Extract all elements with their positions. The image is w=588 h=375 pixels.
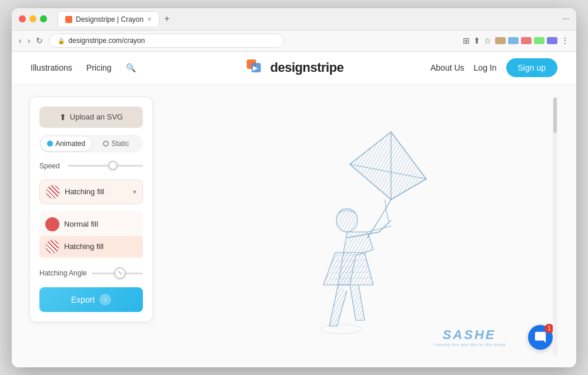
- upload-label: Upload an SVG: [70, 112, 123, 121]
- normal-fill-option[interactable]: Normal fill: [39, 214, 143, 235]
- animated-label: Animated: [55, 140, 85, 148]
- tab-close-icon[interactable]: ✕: [147, 16, 152, 22]
- hatching-angle-slider-track[interactable]: [92, 273, 143, 274]
- chevron-down-icon: ▾: [133, 188, 136, 196]
- back-button[interactable]: ‹: [19, 36, 22, 45]
- website: Illustrations Pricing 🔍 ▶ designstripe A…: [12, 52, 576, 367]
- hatching-fill-icon: [46, 185, 60, 199]
- illustration-area: SASHE I hereby this and like for the bra…: [153, 97, 559, 356]
- hatching-angle-slider-thumb[interactable]: [114, 267, 126, 279]
- speed-label: Speed: [39, 162, 63, 170]
- hatching-fill-label: Hatching fill: [64, 242, 137, 251]
- minimize-button[interactable]: [29, 15, 36, 22]
- static-label: Static: [111, 140, 129, 148]
- menu-icon[interactable]: ⋮: [561, 36, 569, 45]
- export-label: Export: [71, 295, 95, 304]
- nav-illustrations-link[interactable]: Illustrations: [31, 63, 72, 72]
- normal-fill-label: Normal fill: [64, 220, 137, 228]
- extensions-icon[interactable]: ⊞: [463, 36, 470, 45]
- nav-pricing-link[interactable]: Pricing: [86, 63, 112, 72]
- close-button[interactable]: [19, 15, 26, 22]
- fullscreen-button[interactable]: [40, 15, 47, 22]
- static-option[interactable]: Static: [91, 137, 141, 151]
- extension-1[interactable]: [495, 37, 506, 44]
- sashe-brand: SASHE: [433, 327, 506, 343]
- upload-svg-button[interactable]: ⬆ Upload an SVG: [39, 107, 143, 128]
- animation-mode-group: Animated Static: [39, 135, 143, 152]
- extension-2[interactable]: [508, 37, 519, 44]
- sashe-sub: I hereby this and like for the brand: [433, 343, 506, 347]
- login-link[interactable]: Log In: [474, 63, 497, 72]
- search-icon[interactable]: 🔍: [126, 63, 136, 72]
- scrollbar[interactable]: [553, 97, 557, 356]
- tab-favicon-icon: [65, 16, 72, 23]
- illustration-svg: [220, 102, 491, 350]
- logo-icon: ▶: [245, 57, 266, 78]
- hatching-angle-row: Hatching Angle: [39, 267, 143, 281]
- static-radio-dot: [103, 141, 109, 147]
- address-bar: ‹ › ↻ 🔒 designstripe.com/crayon ⊞ ⬆ ☆ ⋮: [12, 31, 576, 52]
- browser-actions: ⊞ ⬆ ☆ ⋮: [463, 36, 569, 45]
- logo-text: designstripe: [270, 60, 344, 75]
- hatching-fill-icon-2: [45, 240, 59, 254]
- chat-bubble-button[interactable]: 1: [528, 325, 553, 350]
- browser-window: Designstripe | Crayon ✕ + ⋯ ‹ › ↻ 🔒 desi…: [12, 8, 576, 367]
- tab-title: Designstripe | Crayon: [76, 15, 143, 24]
- hatching-fill-option[interactable]: Hatching fill: [39, 236, 143, 257]
- share-icon[interactable]: ⬆: [473, 36, 480, 45]
- chat-icon: [534, 331, 547, 344]
- bookmark-icon[interactable]: ☆: [484, 36, 492, 45]
- thumb-line-icon: [118, 271, 122, 275]
- nav-logo[interactable]: ▶ designstripe: [245, 57, 344, 78]
- sashe-watermark: SASHE I hereby this and like for the bra…: [433, 327, 506, 347]
- upload-icon: ⬆: [59, 112, 66, 122]
- traffic-lights: [19, 15, 47, 22]
- about-link[interactable]: About Us: [430, 63, 465, 72]
- fill-dropdown-label: Hatching fill: [65, 187, 128, 196]
- main-content: ⬆ Upload an SVG Animated Static: [12, 85, 576, 367]
- animated-radio-dot: [47, 141, 53, 147]
- address-text: designstripe.com/crayon: [68, 36, 145, 45]
- fill-options-list: Normal fill Hatching fill: [39, 211, 143, 260]
- export-arrow-icon: ›: [99, 294, 111, 306]
- speed-slider-thumb[interactable]: [108, 161, 118, 170]
- normal-fill-icon: [45, 217, 59, 231]
- svg-marker-4: [350, 132, 426, 200]
- scrollbar-thumb[interactable]: [553, 98, 557, 133]
- hatching-angle-label: Hatching Angle: [39, 269, 87, 278]
- title-bar: Designstripe | Crayon ✕ + ⋯: [12, 8, 576, 31]
- nav-right: About Us Log In Sign up: [430, 58, 557, 77]
- speed-row: Speed: [39, 160, 143, 172]
- extension-5[interactable]: [547, 37, 557, 44]
- reload-button[interactable]: ↻: [36, 36, 43, 45]
- browser-tab[interactable]: Designstripe | Crayon ✕: [58, 11, 159, 26]
- extension-3[interactable]: [521, 37, 532, 44]
- tab-bar: Designstripe | Crayon ✕ +: [58, 11, 557, 26]
- new-tab-button[interactable]: +: [162, 14, 172, 24]
- nav-left: Illustrations Pricing 🔍: [31, 63, 136, 72]
- window-controls: ⋯: [562, 15, 569, 23]
- speed-slider-track[interactable]: [68, 165, 143, 167]
- svg-point-8: [320, 324, 362, 334]
- forward-button[interactable]: ›: [28, 36, 31, 45]
- site-nav: Illustrations Pricing 🔍 ▶ designstripe A…: [12, 52, 576, 85]
- control-panel: ⬆ Upload an SVG Animated Static: [29, 97, 153, 323]
- extension-4[interactable]: [534, 37, 544, 44]
- svg-text:▶: ▶: [253, 65, 258, 71]
- export-button[interactable]: Export ›: [39, 287, 143, 312]
- address-input[interactable]: 🔒 designstripe.com/crayon: [49, 34, 284, 48]
- lock-icon: 🔒: [58, 38, 65, 44]
- signup-button[interactable]: Sign up: [506, 58, 557, 77]
- animated-option[interactable]: Animated: [41, 137, 91, 151]
- extension-pills: [495, 37, 557, 44]
- fill-dropdown[interactable]: Hatching fill ▾: [39, 180, 143, 204]
